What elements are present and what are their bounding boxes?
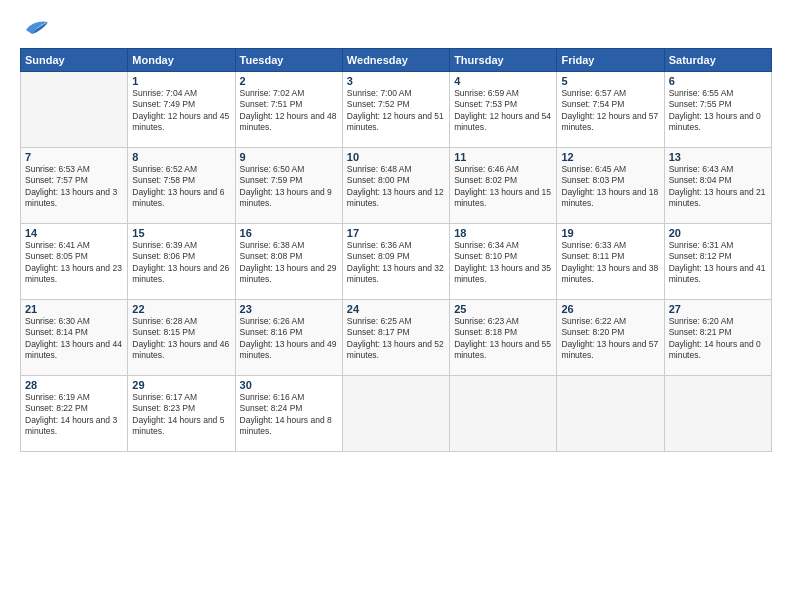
day-cell: 30 Sunrise: 6:16 AMSunset: 8:24 PMDaylig… (235, 376, 342, 452)
day-number: 28 (25, 379, 123, 391)
day-cell (664, 376, 771, 452)
day-cell: 19 Sunrise: 6:33 AMSunset: 8:11 PMDaylig… (557, 224, 664, 300)
col-header-monday: Monday (128, 49, 235, 72)
week-row-4: 21 Sunrise: 6:30 AMSunset: 8:14 PMDaylig… (21, 300, 772, 376)
day-info: Sunrise: 6:26 AMSunset: 8:16 PMDaylight:… (240, 316, 337, 360)
calendar-container: SundayMondayTuesdayWednesdayThursdayFrid… (0, 0, 792, 462)
day-cell: 22 Sunrise: 6:28 AMSunset: 8:15 PMDaylig… (128, 300, 235, 376)
day-cell (557, 376, 664, 452)
calendar-table: SundayMondayTuesdayWednesdayThursdayFrid… (20, 48, 772, 452)
day-cell: 7 Sunrise: 6:53 AMSunset: 7:57 PMDayligh… (21, 148, 128, 224)
day-number: 18 (454, 227, 552, 239)
day-cell: 4 Sunrise: 6:59 AMSunset: 7:53 PMDayligh… (450, 72, 557, 148)
day-number: 5 (561, 75, 659, 87)
day-cell: 23 Sunrise: 6:26 AMSunset: 8:16 PMDaylig… (235, 300, 342, 376)
day-info: Sunrise: 6:55 AMSunset: 7:55 PMDaylight:… (669, 88, 761, 132)
week-row-5: 28 Sunrise: 6:19 AMSunset: 8:22 PMDaylig… (21, 376, 772, 452)
day-cell: 25 Sunrise: 6:23 AMSunset: 8:18 PMDaylig… (450, 300, 557, 376)
day-info: Sunrise: 6:50 AMSunset: 7:59 PMDaylight:… (240, 164, 332, 208)
day-cell: 13 Sunrise: 6:43 AMSunset: 8:04 PMDaylig… (664, 148, 771, 224)
day-number: 29 (132, 379, 230, 391)
day-number: 13 (669, 151, 767, 163)
day-info: Sunrise: 6:19 AMSunset: 8:22 PMDaylight:… (25, 392, 117, 436)
day-number: 21 (25, 303, 123, 315)
day-cell: 21 Sunrise: 6:30 AMSunset: 8:14 PMDaylig… (21, 300, 128, 376)
day-number: 30 (240, 379, 338, 391)
day-info: Sunrise: 6:16 AMSunset: 8:24 PMDaylight:… (240, 392, 332, 436)
day-number: 6 (669, 75, 767, 87)
day-number: 9 (240, 151, 338, 163)
day-cell: 20 Sunrise: 6:31 AMSunset: 8:12 PMDaylig… (664, 224, 771, 300)
day-info: Sunrise: 6:34 AMSunset: 8:10 PMDaylight:… (454, 240, 551, 284)
day-number: 26 (561, 303, 659, 315)
day-info: Sunrise: 7:00 AMSunset: 7:52 PMDaylight:… (347, 88, 444, 132)
day-info: Sunrise: 6:36 AMSunset: 8:09 PMDaylight:… (347, 240, 444, 284)
day-cell: 10 Sunrise: 6:48 AMSunset: 8:00 PMDaylig… (342, 148, 449, 224)
day-cell: 12 Sunrise: 6:45 AMSunset: 8:03 PMDaylig… (557, 148, 664, 224)
day-number: 22 (132, 303, 230, 315)
day-cell (21, 72, 128, 148)
col-header-thursday: Thursday (450, 49, 557, 72)
day-cell: 26 Sunrise: 6:22 AMSunset: 8:20 PMDaylig… (557, 300, 664, 376)
day-number: 1 (132, 75, 230, 87)
day-info: Sunrise: 6:22 AMSunset: 8:20 PMDaylight:… (561, 316, 658, 360)
day-number: 3 (347, 75, 445, 87)
day-info: Sunrise: 7:04 AMSunset: 7:49 PMDaylight:… (132, 88, 229, 132)
day-cell: 5 Sunrise: 6:57 AMSunset: 7:54 PMDayligh… (557, 72, 664, 148)
day-cell (450, 376, 557, 452)
day-number: 12 (561, 151, 659, 163)
day-number: 27 (669, 303, 767, 315)
day-cell: 9 Sunrise: 6:50 AMSunset: 7:59 PMDayligh… (235, 148, 342, 224)
week-row-3: 14 Sunrise: 6:41 AMSunset: 8:05 PMDaylig… (21, 224, 772, 300)
col-header-tuesday: Tuesday (235, 49, 342, 72)
day-number: 10 (347, 151, 445, 163)
day-info: Sunrise: 6:28 AMSunset: 8:15 PMDaylight:… (132, 316, 229, 360)
day-cell: 3 Sunrise: 7:00 AMSunset: 7:52 PMDayligh… (342, 72, 449, 148)
day-number: 4 (454, 75, 552, 87)
day-cell: 28 Sunrise: 6:19 AMSunset: 8:22 PMDaylig… (21, 376, 128, 452)
day-cell: 17 Sunrise: 6:36 AMSunset: 8:09 PMDaylig… (342, 224, 449, 300)
day-cell: 6 Sunrise: 6:55 AMSunset: 7:55 PMDayligh… (664, 72, 771, 148)
day-number: 25 (454, 303, 552, 315)
day-info: Sunrise: 6:52 AMSunset: 7:58 PMDaylight:… (132, 164, 224, 208)
header (20, 16, 772, 38)
day-info: Sunrise: 7:02 AMSunset: 7:51 PMDaylight:… (240, 88, 337, 132)
day-info: Sunrise: 6:30 AMSunset: 8:14 PMDaylight:… (25, 316, 122, 360)
day-cell: 11 Sunrise: 6:46 AMSunset: 8:02 PMDaylig… (450, 148, 557, 224)
day-info: Sunrise: 6:48 AMSunset: 8:00 PMDaylight:… (347, 164, 444, 208)
day-number: 11 (454, 151, 552, 163)
day-info: Sunrise: 6:31 AMSunset: 8:12 PMDaylight:… (669, 240, 766, 284)
day-info: Sunrise: 6:43 AMSunset: 8:04 PMDaylight:… (669, 164, 766, 208)
day-cell: 2 Sunrise: 7:02 AMSunset: 7:51 PMDayligh… (235, 72, 342, 148)
logo-bird-icon (22, 16, 50, 38)
col-header-sunday: Sunday (21, 49, 128, 72)
day-cell: 27 Sunrise: 6:20 AMSunset: 8:21 PMDaylig… (664, 300, 771, 376)
header-row: SundayMondayTuesdayWednesdayThursdayFrid… (21, 49, 772, 72)
day-info: Sunrise: 6:39 AMSunset: 8:06 PMDaylight:… (132, 240, 229, 284)
day-number: 14 (25, 227, 123, 239)
day-number: 7 (25, 151, 123, 163)
week-row-2: 7 Sunrise: 6:53 AMSunset: 7:57 PMDayligh… (21, 148, 772, 224)
logo (20, 16, 50, 38)
day-cell: 14 Sunrise: 6:41 AMSunset: 8:05 PMDaylig… (21, 224, 128, 300)
day-info: Sunrise: 6:20 AMSunset: 8:21 PMDaylight:… (669, 316, 761, 360)
day-info: Sunrise: 6:41 AMSunset: 8:05 PMDaylight:… (25, 240, 122, 284)
day-number: 16 (240, 227, 338, 239)
day-info: Sunrise: 6:53 AMSunset: 7:57 PMDaylight:… (25, 164, 117, 208)
day-cell: 29 Sunrise: 6:17 AMSunset: 8:23 PMDaylig… (128, 376, 235, 452)
day-number: 24 (347, 303, 445, 315)
week-row-1: 1 Sunrise: 7:04 AMSunset: 7:49 PMDayligh… (21, 72, 772, 148)
day-info: Sunrise: 6:46 AMSunset: 8:02 PMDaylight:… (454, 164, 551, 208)
day-cell: 15 Sunrise: 6:39 AMSunset: 8:06 PMDaylig… (128, 224, 235, 300)
day-number: 15 (132, 227, 230, 239)
col-header-saturday: Saturday (664, 49, 771, 72)
day-cell: 8 Sunrise: 6:52 AMSunset: 7:58 PMDayligh… (128, 148, 235, 224)
day-cell: 1 Sunrise: 7:04 AMSunset: 7:49 PMDayligh… (128, 72, 235, 148)
day-cell: 18 Sunrise: 6:34 AMSunset: 8:10 PMDaylig… (450, 224, 557, 300)
day-info: Sunrise: 6:23 AMSunset: 8:18 PMDaylight:… (454, 316, 551, 360)
day-info: Sunrise: 6:45 AMSunset: 8:03 PMDaylight:… (561, 164, 658, 208)
day-info: Sunrise: 6:33 AMSunset: 8:11 PMDaylight:… (561, 240, 658, 284)
day-cell: 24 Sunrise: 6:25 AMSunset: 8:17 PMDaylig… (342, 300, 449, 376)
day-cell (342, 376, 449, 452)
day-info: Sunrise: 6:38 AMSunset: 8:08 PMDaylight:… (240, 240, 337, 284)
